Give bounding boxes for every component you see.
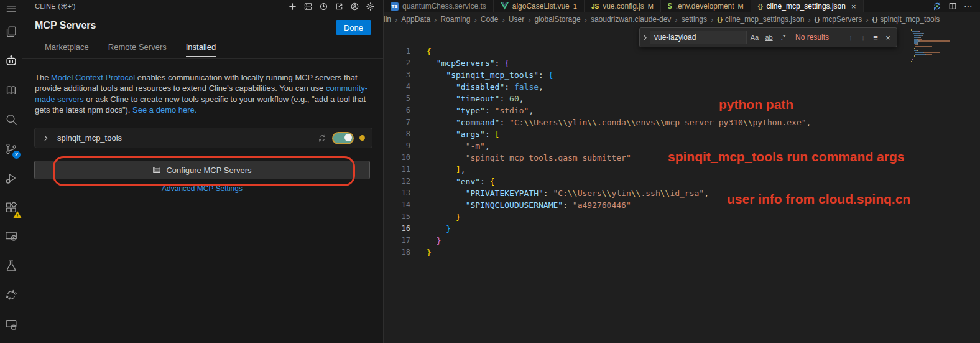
activity-run-debug[interactable] [0, 163, 22, 192]
sync-icon[interactable] [933, 2, 941, 11]
activity-containers[interactable] [0, 309, 22, 339]
javascript-file-icon: JS [591, 3, 599, 10]
indent-guide [456, 187, 456, 199]
code-line: 3 "spinqit_mcp_tools": { [384, 69, 980, 81]
indent-guide [437, 128, 437, 140]
close-icon[interactable]: × [851, 2, 856, 11]
breadcrumb-item-ylin[interactable]: ylin [384, 15, 391, 24]
editor-tab-algocaselist-vue[interactable]: algoCaseList.vue1 [494, 0, 585, 12]
description-link[interactable]: See a demo here. [132, 105, 196, 115]
indent-guide [446, 116, 446, 128]
breadcrumb-item-spinqit-mcp-tools[interactable]: {}spinqit_mcp_tools [872, 15, 940, 24]
line-text: "env": { [410, 176, 495, 187]
account-icon [350, 2, 359, 11]
done-button[interactable]: Done [336, 20, 371, 35]
line-text: "spinqit_mcp_tools.qasm_submitter" [410, 152, 631, 164]
breadcrumb-label: Roaming [440, 15, 470, 24]
mcp-servers-button[interactable] [302, 1, 313, 12]
find-in-selection-button[interactable]: ≡ [869, 31, 882, 44]
indent-guide [427, 211, 427, 223]
code-line: 11 ], [384, 164, 980, 176]
line-text: "spinqit_mcp_tools": { [410, 69, 553, 81]
activity-explorer[interactable] [0, 17, 22, 46]
next-match-button[interactable]: ↓ [857, 31, 869, 44]
containers-icon [4, 317, 18, 331]
badge: 2 [12, 151, 21, 159]
restart-server-icon[interactable] [318, 134, 326, 143]
editor-tab-cline-mcp-settings-json[interactable]: {}cline_mcp_settings.json× [751, 0, 864, 12]
regex-option[interactable]: .* [777, 32, 790, 44]
toggle-replace-chevron[interactable] [640, 28, 650, 47]
breadcrumb-item-mcpservers[interactable]: {}mcpServers [815, 15, 862, 24]
line-number: 7 [384, 116, 410, 128]
tab-installed[interactable]: Installed [186, 42, 216, 57]
server-row-spinqit-mcp-tools[interactable]: spinqit_mcp_tools [34, 128, 372, 148]
breadcrumb-item-roaming[interactable]: Roaming [440, 15, 470, 24]
server-enabled-toggle[interactable] [332, 132, 354, 144]
whole-word-option[interactable]: ab [762, 32, 775, 44]
line-number: 16 [384, 223, 410, 235]
activity-remote-explorer[interactable] [0, 222, 22, 251]
match-case-option[interactable]: Aa [748, 32, 761, 44]
line-text: } [410, 211, 461, 223]
advanced-mcp-settings-link[interactable]: Advanced MCP Settings [22, 184, 382, 193]
find-buttons: ↑↓≡× [844, 31, 894, 44]
plus-button[interactable] [287, 1, 298, 12]
line-number: 12 [384, 176, 410, 187]
tab-label: vue.config.js [603, 2, 644, 11]
account-button[interactable] [349, 1, 360, 12]
line-text: "mcpServers": { [410, 57, 509, 69]
vue-file-icon [501, 2, 509, 10]
tab-remote-servers[interactable]: Remote Servers [108, 42, 167, 57]
line-number: 3 [384, 69, 410, 81]
settings-gear-button[interactable] [364, 1, 376, 12]
activity-source-control[interactable]: 2 [0, 134, 22, 163]
configure-mcp-servers-button[interactable]: Configure MCP Servers [34, 161, 370, 179]
open-external-button[interactable] [333, 1, 344, 12]
breadcrumb-item-code[interactable]: Code [481, 15, 499, 24]
breadcrumb-item-cline-mcp-settings-json[interactable]: {}cline_mcp_settings.json [717, 15, 804, 24]
activity-menu[interactable] [0, 0, 22, 17]
toggle-knob [344, 134, 352, 141]
breadcrumb-item-appdata[interactable]: AppData [401, 15, 430, 24]
indent-guide [427, 187, 427, 199]
line-text: "disabled": false, [410, 81, 543, 93]
close-find-button[interactable]: × [882, 31, 894, 44]
history-button[interactable] [318, 1, 329, 12]
activity-extensions[interactable]: ! [0, 192, 22, 222]
indent-guide [437, 176, 437, 187]
breadcrumb-item-globalstorage[interactable]: globalStorage [535, 15, 581, 24]
editor-tab-bar: TSquantumChess.service.tsalgoCaseList.vu… [384, 0, 980, 12]
find-input[interactable] [650, 31, 747, 44]
search-icon [4, 113, 18, 126]
breadcrumb-item-user[interactable]: User [509, 15, 524, 24]
indent-guide [437, 69, 437, 81]
tab-marketplace[interactable]: Marketplace [45, 42, 89, 57]
minimap-line [911, 35, 969, 36]
activity-cline[interactable] [0, 46, 22, 75]
code-line: 5 "timeout": 60, [384, 93, 980, 105]
activity-search[interactable] [0, 105, 22, 134]
option-label: Aa [751, 34, 759, 41]
activity-docs[interactable] [0, 75, 22, 105]
editor-tab-env-development[interactable]: $.env.developmentM [661, 0, 751, 12]
indent-guide [446, 152, 446, 164]
line-number: 10 [384, 152, 410, 164]
editor-group: TSquantumChess.service.tsalgoCaseList.vu… [384, 0, 980, 343]
breadcrumb-item-settings[interactable]: settings [682, 15, 707, 24]
object-symbol-icon: {} [815, 16, 820, 23]
editor-tab-vue-config-js[interactable]: JSvue.config.jsM [585, 0, 661, 12]
server-status-dot [359, 135, 365, 141]
activity-pipelines[interactable] [0, 280, 22, 309]
minimap-line [911, 37, 969, 38]
more-actions-icon[interactable]: ⋯ [964, 1, 973, 11]
sidebar-header: CLINE (⌘+') [22, 0, 383, 13]
previous-match-button[interactable]: ↑ [844, 31, 857, 44]
breadcrumb-item-saoudrizwan-claude-dev[interactable]: saoudrizwan.claude-dev [591, 15, 671, 24]
split-editor-icon[interactable] [948, 2, 957, 11]
activity-testing[interactable] [0, 251, 22, 280]
editor-tab-quantumchess-service-ts[interactable]: TSquantumChess.service.ts [384, 0, 494, 12]
indent-guide [437, 199, 437, 211]
description-link[interactable]: Model Context Protocol [51, 73, 135, 82]
annotation-run-command-args: spinqit_mcp_tools run command args [668, 149, 904, 164]
